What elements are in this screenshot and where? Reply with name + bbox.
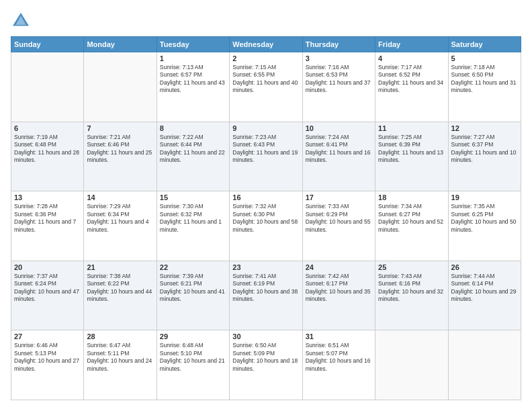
logo xyxy=(11,11,34,31)
calendar-cell: 17Sunrise: 7:33 AMSunset: 6:29 PMDayligh… xyxy=(302,191,375,261)
day-info: Sunrise: 6:51 AMSunset: 5:07 PMDaylight:… xyxy=(306,342,372,373)
calendar-cell: 15Sunrise: 7:30 AMSunset: 6:32 PMDayligh… xyxy=(157,191,229,261)
day-number: 12 xyxy=(451,124,518,132)
day-info: Sunrise: 7:32 AMSunset: 6:30 PMDaylight:… xyxy=(232,203,299,234)
day-info: Sunrise: 7:17 AMSunset: 6:52 PMDaylight:… xyxy=(378,64,445,95)
calendar-week-row: 1Sunrise: 7:13 AMSunset: 6:57 PMDaylight… xyxy=(11,52,521,122)
calendar-cell: 29Sunrise: 6:48 AMSunset: 5:10 PMDayligh… xyxy=(157,330,229,400)
day-info: Sunrise: 7:39 AMSunset: 6:21 PMDaylight:… xyxy=(160,273,226,304)
calendar-cell: 13Sunrise: 7:28 AMSunset: 6:36 PMDayligh… xyxy=(11,191,84,261)
day-header-thursday: Thursday xyxy=(302,37,375,52)
day-info: Sunrise: 7:19 AMSunset: 6:48 PMDaylight:… xyxy=(14,134,81,165)
day-info: Sunrise: 7:34 AMSunset: 6:27 PMDaylight:… xyxy=(378,203,445,234)
day-number: 5 xyxy=(451,54,518,62)
calendar-cell: 3Sunrise: 7:16 AMSunset: 6:53 PMDaylight… xyxy=(302,52,375,122)
day-number: 17 xyxy=(306,193,372,201)
calendar-cell: 24Sunrise: 7:42 AMSunset: 6:17 PMDayligh… xyxy=(302,261,375,330)
calendar-cell xyxy=(375,330,448,400)
day-info: Sunrise: 7:37 AMSunset: 6:24 PMDaylight:… xyxy=(14,273,81,304)
calendar-cell: 18Sunrise: 7:34 AMSunset: 6:27 PMDayligh… xyxy=(375,191,448,261)
day-info: Sunrise: 7:24 AMSunset: 6:41 PMDaylight:… xyxy=(306,134,372,165)
calendar-cell: 11Sunrise: 7:25 AMSunset: 6:39 PMDayligh… xyxy=(375,122,448,191)
day-info: Sunrise: 7:15 AMSunset: 6:55 PMDaylight:… xyxy=(232,64,299,95)
day-number: 28 xyxy=(87,332,153,340)
calendar-week-row: 13Sunrise: 7:28 AMSunset: 6:36 PMDayligh… xyxy=(11,191,521,261)
calendar-week-row: 27Sunrise: 6:46 AMSunset: 5:13 PMDayligh… xyxy=(11,330,521,400)
day-number: 8 xyxy=(160,124,226,132)
calendar-cell: 9Sunrise: 7:23 AMSunset: 6:43 PMDaylight… xyxy=(230,122,302,191)
day-number: 10 xyxy=(306,124,372,132)
day-number: 2 xyxy=(232,54,299,62)
header xyxy=(11,11,521,31)
day-number: 20 xyxy=(14,263,81,271)
calendar-cell: 28Sunrise: 6:47 AMSunset: 5:11 PMDayligh… xyxy=(84,330,157,400)
day-number: 13 xyxy=(14,193,81,201)
calendar-cell: 8Sunrise: 7:22 AMSunset: 6:44 PMDaylight… xyxy=(157,122,229,191)
day-info: Sunrise: 7:23 AMSunset: 6:43 PMDaylight:… xyxy=(232,134,299,165)
day-number: 25 xyxy=(378,263,445,271)
day-info: Sunrise: 7:44 AMSunset: 6:14 PMDaylight:… xyxy=(451,273,518,304)
day-info: Sunrise: 7:21 AMSunset: 6:46 PMDaylight:… xyxy=(87,134,153,165)
day-number: 18 xyxy=(378,193,445,201)
calendar-cell: 4Sunrise: 7:17 AMSunset: 6:52 PMDaylight… xyxy=(375,52,448,122)
calendar-cell: 14Sunrise: 7:29 AMSunset: 6:34 PMDayligh… xyxy=(84,191,157,261)
day-info: Sunrise: 7:28 AMSunset: 6:36 PMDaylight:… xyxy=(14,203,81,234)
calendar-cell: 2Sunrise: 7:15 AMSunset: 6:55 PMDaylight… xyxy=(230,52,302,122)
calendar-header-row: SundayMondayTuesdayWednesdayThursdayFrid… xyxy=(11,37,521,52)
calendar-cell: 20Sunrise: 7:37 AMSunset: 6:24 PMDayligh… xyxy=(11,261,84,330)
day-info: Sunrise: 6:46 AMSunset: 5:13 PMDaylight:… xyxy=(14,342,81,373)
day-info: Sunrise: 7:13 AMSunset: 6:57 PMDaylight:… xyxy=(160,64,226,95)
day-info: Sunrise: 7:22 AMSunset: 6:44 PMDaylight:… xyxy=(160,134,226,165)
day-number: 9 xyxy=(232,124,299,132)
calendar-cell: 31Sunrise: 6:51 AMSunset: 5:07 PMDayligh… xyxy=(302,330,375,400)
day-number: 1 xyxy=(160,54,226,62)
day-number: 14 xyxy=(87,193,153,201)
day-info: Sunrise: 7:27 AMSunset: 6:37 PMDaylight:… xyxy=(451,134,518,165)
day-number: 21 xyxy=(87,263,153,271)
calendar-cell: 30Sunrise: 6:50 AMSunset: 5:09 PMDayligh… xyxy=(230,330,302,400)
day-number: 31 xyxy=(306,332,372,340)
calendar-cell: 27Sunrise: 6:46 AMSunset: 5:13 PMDayligh… xyxy=(11,330,84,400)
day-info: Sunrise: 7:38 AMSunset: 6:22 PMDaylight:… xyxy=(87,273,153,304)
calendar-cell: 5Sunrise: 7:18 AMSunset: 6:50 PMDaylight… xyxy=(448,52,521,122)
day-number: 29 xyxy=(160,332,226,340)
day-number: 22 xyxy=(160,263,226,271)
day-info: Sunrise: 7:42 AMSunset: 6:17 PMDaylight:… xyxy=(306,273,372,304)
calendar-cell: 7Sunrise: 7:21 AMSunset: 6:46 PMDaylight… xyxy=(84,122,157,191)
day-header-friday: Friday xyxy=(375,37,448,52)
day-number: 11 xyxy=(378,124,445,132)
day-header-monday: Monday xyxy=(84,37,157,52)
day-info: Sunrise: 7:25 AMSunset: 6:39 PMDaylight:… xyxy=(378,134,445,165)
day-number: 15 xyxy=(160,193,226,201)
day-number: 27 xyxy=(14,332,81,340)
calendar-cell: 12Sunrise: 7:27 AMSunset: 6:37 PMDayligh… xyxy=(448,122,521,191)
logo-icon xyxy=(11,11,31,31)
day-number: 7 xyxy=(87,124,153,132)
calendar-cell: 1Sunrise: 7:13 AMSunset: 6:57 PMDaylight… xyxy=(157,52,229,122)
calendar-cell xyxy=(448,330,521,400)
calendar-cell: 10Sunrise: 7:24 AMSunset: 6:41 PMDayligh… xyxy=(302,122,375,191)
calendar-week-row: 20Sunrise: 7:37 AMSunset: 6:24 PMDayligh… xyxy=(11,261,521,330)
day-info: Sunrise: 7:35 AMSunset: 6:25 PMDaylight:… xyxy=(451,203,518,234)
day-number: 4 xyxy=(378,54,445,62)
calendar-table: SundayMondayTuesdayWednesdayThursdayFrid… xyxy=(11,36,521,400)
calendar-cell: 26Sunrise: 7:44 AMSunset: 6:14 PMDayligh… xyxy=(448,261,521,330)
day-info: Sunrise: 7:16 AMSunset: 6:53 PMDaylight:… xyxy=(306,64,372,95)
day-header-wednesday: Wednesday xyxy=(230,37,302,52)
page: SundayMondayTuesdayWednesdayThursdayFrid… xyxy=(0,0,532,411)
calendar-cell: 25Sunrise: 7:43 AMSunset: 6:16 PMDayligh… xyxy=(375,261,448,330)
day-header-tuesday: Tuesday xyxy=(157,37,229,52)
calendar-cell: 19Sunrise: 7:35 AMSunset: 6:25 PMDayligh… xyxy=(448,191,521,261)
day-number: 6 xyxy=(14,124,81,132)
day-info: Sunrise: 6:47 AMSunset: 5:11 PMDaylight:… xyxy=(87,342,153,373)
day-header-sunday: Sunday xyxy=(11,37,84,52)
day-header-saturday: Saturday xyxy=(448,37,521,52)
day-info: Sunrise: 6:48 AMSunset: 5:10 PMDaylight:… xyxy=(160,342,226,373)
calendar-cell xyxy=(11,52,84,122)
calendar-cell: 23Sunrise: 7:41 AMSunset: 6:19 PMDayligh… xyxy=(230,261,302,330)
calendar-cell: 21Sunrise: 7:38 AMSunset: 6:22 PMDayligh… xyxy=(84,261,157,330)
day-number: 16 xyxy=(232,193,299,201)
day-info: Sunrise: 6:50 AMSunset: 5:09 PMDaylight:… xyxy=(232,342,299,373)
day-number: 19 xyxy=(451,193,518,201)
day-info: Sunrise: 7:41 AMSunset: 6:19 PMDaylight:… xyxy=(232,273,299,304)
